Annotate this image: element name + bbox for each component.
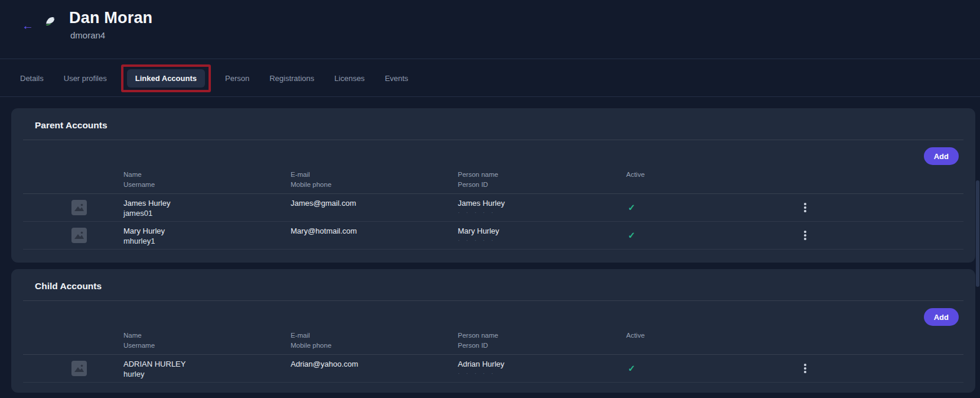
table-row: James Hurley james01 James@gmail.com Jam… <box>23 194 963 222</box>
image-placeholder-icon <box>71 361 87 376</box>
section-title: Child Accounts <box>35 281 102 292</box>
image-placeholder-icon <box>71 228 87 243</box>
col-header-person: Person name Person ID <box>458 331 626 354</box>
user-avatar <box>44 15 57 27</box>
col-header-email: E-mail Mobile phone <box>291 170 458 193</box>
table-row: Mary Hurley mhurley1 Mary@hotmail.com Ma… <box>23 222 963 250</box>
person-id-masked: · · · · · <box>458 369 626 378</box>
col-header-active: Active <box>626 170 800 193</box>
row-actions-kebab-menu[interactable] <box>800 363 810 374</box>
cell-person-name: Adrian Hurley <box>458 359 626 369</box>
tab-bar: Details User profiles Linked Accounts Pe… <box>20 66 408 90</box>
person-id-masked: · · · · · <box>458 208 626 217</box>
tab-events[interactable]: Events <box>385 74 408 83</box>
tab-user-profiles[interactable]: User profiles <box>64 74 107 83</box>
section-title: Parent Accounts <box>35 120 108 131</box>
tab-linked-accounts[interactable]: Linked Accounts <box>127 69 205 88</box>
table-header-row: Name Username E-mail Mobile phone Person… <box>23 170 963 194</box>
tab-linked-accounts-wrap: Linked Accounts <box>127 69 205 88</box>
cell-email: Mary@hotmail.com <box>291 222 458 236</box>
page-subtitle-username: dmoran4 <box>70 30 105 40</box>
page-title: Dan Moran <box>69 9 152 27</box>
cell-person-name: Mary Hurley <box>458 226 626 236</box>
cell-email: James@gmail.com <box>291 194 458 208</box>
tab-person[interactable]: Person <box>225 74 249 83</box>
table-header-row: Name Username E-mail Mobile phone Person… <box>23 331 963 355</box>
section-divider <box>23 300 963 301</box>
cell-person: Mary Hurley · · · · · <box>458 222 626 245</box>
cell-name: ADRIAN HURLEY <box>123 359 291 369</box>
col-header-person: Person name Person ID <box>458 170 626 193</box>
cell-email: Adrian@yahoo.com <box>291 355 458 369</box>
tab-details[interactable]: Details <box>20 74 44 83</box>
parent-accounts-card: Parent Accounts Add Name Username E-mail… <box>11 108 975 263</box>
cell-person: James Hurley · · · · · <box>458 194 626 217</box>
cell-name-username: James Hurley james01 <box>123 194 291 218</box>
cell-name-username: ADRIAN HURLEY hurley <box>123 355 291 379</box>
row-actions-kebab-menu[interactable] <box>800 229 810 241</box>
add-child-account-button[interactable]: Add <box>924 308 959 326</box>
active-check-icon: ✓ <box>626 363 800 374</box>
cell-person-name: James Hurley <box>458 198 626 208</box>
cell-name: Mary Hurley <box>123 226 291 236</box>
person-id-masked: · · · · · <box>458 236 626 245</box>
header-divider <box>0 59 980 59</box>
back-arrow-icon[interactable]: ← <box>20 18 35 33</box>
add-parent-account-button[interactable]: Add <box>924 147 959 165</box>
child-accounts-card: Child Accounts Add Name Username E-mail … <box>11 269 975 393</box>
image-placeholder-icon <box>71 200 87 215</box>
col-header-name: Name Username <box>123 170 291 193</box>
cell-name: James Hurley <box>123 198 291 208</box>
row-actions-kebab-menu[interactable] <box>800 202 810 213</box>
tab-licenses[interactable]: Licenses <box>334 74 364 83</box>
col-header-name: Name Username <box>123 331 291 354</box>
col-header-email: E-mail Mobile phone <box>291 331 458 354</box>
tab-registrations[interactable]: Registrations <box>269 74 314 83</box>
cell-name-username: Mary Hurley mhurley1 <box>123 222 291 246</box>
child-accounts-table: Name Username E-mail Mobile phone Person… <box>11 331 975 383</box>
parent-accounts-table: Name Username E-mail Mobile phone Person… <box>11 170 975 250</box>
vertical-scrollbar-thumb[interactable] <box>976 180 979 287</box>
cell-username: james01 <box>123 208 291 218</box>
cell-username: mhurley1 <box>123 236 291 246</box>
active-check-icon: ✓ <box>626 202 800 213</box>
table-row: ADRIAN HURLEY hurley Adrian@yahoo.com Ad… <box>23 355 963 383</box>
section-divider <box>23 140 963 140</box>
active-check-icon: ✓ <box>626 230 800 241</box>
col-header-active: Active <box>626 331 800 354</box>
cell-person: Adrian Hurley · · · · · <box>458 355 626 378</box>
cell-username: hurley <box>123 369 291 379</box>
tabbar-divider <box>0 96 980 97</box>
